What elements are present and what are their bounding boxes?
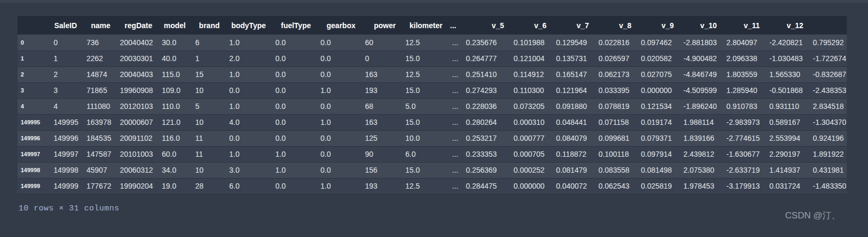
data-cell: 0.040072: [549, 178, 591, 194]
data-cell: 0.0: [313, 146, 358, 162]
data-cell: 0.931110: [762, 98, 805, 114]
data-cell: 0.253217: [458, 130, 506, 146]
data-cell: 1.839166: [676, 130, 719, 146]
data-cell: -4.509599: [676, 82, 719, 98]
data-cell: 1.0: [222, 35, 268, 50]
data-cell: 0.256369: [458, 162, 506, 178]
data-cell: 0.020582: [633, 50, 676, 66]
data-cell: 0.000777: [506, 130, 549, 146]
data-cell: 0.235676: [458, 35, 506, 50]
data-cell: 10: [188, 82, 222, 98]
data-cell: -1.483350: [805, 178, 847, 194]
data-cell: 1.891922: [805, 146, 847, 162]
data-cell: 184535: [79, 130, 112, 146]
data-cell: 0.062543: [591, 178, 633, 194]
column-header: bodyType: [222, 16, 268, 35]
data-cell: 4.0: [222, 114, 268, 130]
data-cell: 0.135731: [549, 50, 591, 66]
data-cell: 0.274293: [458, 82, 506, 98]
data-cell: 0.033395: [591, 82, 633, 98]
data-cell: 2.834518: [805, 98, 847, 114]
row-index-cell: 0: [18, 35, 46, 50]
data-cell: -2.438353: [805, 82, 847, 98]
data-cell: 0.0: [268, 98, 313, 114]
data-cell: 4: [46, 98, 79, 114]
data-cell: 0.0: [268, 82, 313, 98]
data-cell: 736: [79, 35, 112, 50]
data-cell: 1.565330: [762, 66, 805, 82]
data-cell: 0.099681: [591, 130, 633, 146]
data-cell: -2.881803: [676, 35, 719, 50]
row-index-cell: 149997: [18, 146, 46, 162]
data-cell: 0.0: [268, 114, 313, 130]
table-row: 14999614999618453520091102116.0110.00.00…: [18, 130, 847, 146]
data-cell: 0.924196: [805, 130, 847, 146]
data-cell: 0.000000: [506, 178, 549, 194]
data-cell: -1.630677: [719, 146, 762, 162]
data-cell: 20040403: [112, 66, 154, 82]
data-cell: 68: [358, 98, 398, 114]
data-cell: 15.0: [398, 114, 445, 130]
data-cell: 3: [46, 82, 79, 98]
data-cell: 0.078819: [591, 98, 633, 114]
data-cell: 0.0: [313, 130, 358, 146]
column-header: v_6: [506, 16, 549, 35]
column-header: power: [358, 16, 398, 35]
data-cell: 0.280264: [458, 114, 506, 130]
data-cell: 0.000310: [506, 114, 549, 130]
data-cell: 1.0: [313, 114, 358, 130]
data-cell: 0.264777: [458, 50, 506, 66]
data-cell: ...: [445, 98, 458, 114]
data-cell: 19990204: [112, 178, 154, 194]
data-cell: 0.0: [313, 35, 358, 50]
data-cell: 149995: [46, 114, 79, 130]
data-cell: 115.0: [154, 66, 188, 82]
data-cell: 1.0: [222, 146, 268, 162]
data-cell: 147587: [79, 146, 112, 162]
data-cell: 121.0: [154, 114, 188, 130]
data-cell: 0.048441: [549, 114, 591, 130]
data-cell: 2.553994: [762, 130, 805, 146]
data-cell: 15.0: [398, 162, 445, 178]
data-cell: 0.019174: [633, 114, 676, 130]
data-cell: 0.0: [268, 66, 313, 82]
data-cell: 0.097462: [633, 35, 676, 50]
data-cell: 1.0: [222, 66, 268, 82]
data-cell: 163978: [79, 114, 112, 130]
data-cell: 71865: [79, 82, 112, 98]
data-cell: 0.165147: [549, 66, 591, 82]
table-row: 149998149998459072006031234.0103.01.00.0…: [18, 162, 847, 178]
data-cell: 1.803559: [719, 66, 762, 82]
data-cell: 60.0: [154, 146, 188, 162]
data-cell: 40.0: [154, 50, 188, 66]
data-cell: 1.414937: [762, 162, 805, 178]
data-cell: 30.0: [154, 35, 188, 50]
data-cell: 0.0: [222, 82, 268, 98]
data-cell: 0.284475: [458, 178, 506, 194]
data-cell: 0.121534: [633, 98, 676, 114]
data-cell: 2.804097: [719, 35, 762, 50]
data-cell: 0.081479: [549, 162, 591, 178]
data-cell: 2.096338: [719, 50, 762, 66]
data-cell: 1.988114: [676, 114, 719, 130]
data-cell: 109.0: [154, 82, 188, 98]
data-cell: 20030301: [112, 50, 154, 66]
data-cell: 15.0: [398, 50, 445, 66]
data-cell: 0.795292: [805, 35, 847, 50]
row-index-cell: 149999: [18, 178, 46, 194]
data-cell: 20040402: [112, 35, 154, 50]
data-cell: 1.978453: [676, 178, 719, 194]
index-corner-cell: [18, 16, 46, 35]
column-header: v_12: [762, 16, 805, 35]
data-cell: 1: [188, 50, 222, 66]
data-cell: 177672: [79, 178, 112, 194]
data-cell: 163: [358, 66, 398, 82]
data-cell: 90: [358, 146, 398, 162]
data-cell: 0.589167: [762, 114, 805, 130]
column-header: v_9: [633, 16, 676, 35]
row-index-cell: 1: [18, 50, 46, 66]
data-cell: 0.071158: [591, 114, 633, 130]
row-index-cell: 149996: [18, 130, 46, 146]
data-cell: -4.846749: [676, 66, 719, 82]
data-cell: 12.5: [398, 66, 445, 82]
